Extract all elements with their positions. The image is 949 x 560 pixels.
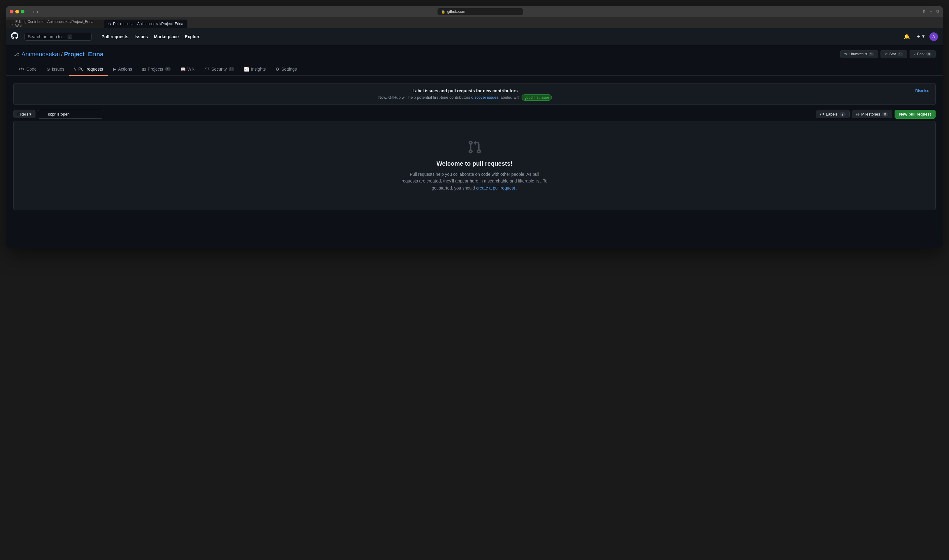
tab-insights-label: Insights bbox=[251, 67, 266, 72]
search-placeholder: Search or jump to... bbox=[28, 34, 65, 39]
pr-icon: ⑂ bbox=[74, 67, 77, 72]
main-content: Label issues and pull requests for new c… bbox=[6, 76, 943, 217]
labels-label: Labels bbox=[826, 112, 837, 117]
search-box[interactable]: Search or jump to... / bbox=[25, 33, 92, 41]
dismiss-button[interactable]: Dismiss bbox=[915, 88, 929, 93]
minimize-button[interactable] bbox=[15, 10, 19, 14]
star-icon: ☆ bbox=[884, 52, 888, 56]
projects-icon: ▦ bbox=[142, 67, 146, 72]
projects-count: 1 bbox=[165, 67, 171, 71]
create-pr-link[interactable]: create a pull request bbox=[476, 186, 515, 191]
search-wrapper: 🔍 bbox=[38, 110, 814, 118]
discover-issues-link[interactable]: discover issues bbox=[471, 95, 499, 100]
top-nav-links: Pull requests Issues Marketplace Explore bbox=[99, 32, 203, 41]
tab-issues[interactable]: ⊙ Issues bbox=[42, 63, 69, 76]
tab-security-label: Security bbox=[211, 67, 227, 72]
unwatch-label: Unwatch bbox=[849, 52, 864, 56]
settings-icon: ⚙ bbox=[275, 67, 280, 72]
wiki-icon: 📖 bbox=[180, 67, 186, 72]
tab-code-label: Code bbox=[26, 67, 36, 72]
tab-insights[interactable]: 📈 Insights bbox=[239, 63, 271, 76]
repo-tabs: </> Code ⊙ Issues ⑂ Pull requests ▶ Acti… bbox=[6, 63, 943, 76]
repo-owner[interactable]: Animenosekai bbox=[22, 51, 60, 58]
star-count: 5 bbox=[898, 52, 903, 56]
add-tab-icon[interactable]: ＋ bbox=[929, 9, 933, 14]
search-slash-key: / bbox=[68, 35, 72, 39]
tab-wiki-favicon: ⊙ bbox=[11, 22, 14, 26]
tab-actions[interactable]: ▶ Actions bbox=[108, 63, 137, 76]
tab-projects-label: Projects bbox=[148, 67, 163, 72]
unwatch-count: 2 bbox=[869, 52, 874, 56]
filters-dropdown[interactable]: Filters ▾ bbox=[14, 110, 35, 118]
address-bar[interactable]: 🔒 github.com bbox=[437, 8, 523, 15]
repo-name[interactable]: Project_Erina bbox=[64, 51, 103, 58]
star-button[interactable]: ☆ Star 5 bbox=[881, 50, 907, 58]
title-bar-actions: ⬆ ＋ ⧉ bbox=[922, 9, 939, 14]
pr-search-input[interactable] bbox=[38, 110, 103, 118]
tab-security[interactable]: 🛡 Security 3 bbox=[200, 63, 239, 76]
github-logo[interactable] bbox=[11, 32, 18, 41]
pr-empty-state: Welcome to pull requests! Pull requests … bbox=[14, 121, 935, 210]
actions-icon: ▶ bbox=[113, 67, 116, 72]
nav-marketplace[interactable]: Marketplace bbox=[152, 32, 181, 41]
empty-state-title: Welcome to pull requests! bbox=[21, 160, 928, 167]
empty-desc-end: . bbox=[516, 186, 517, 191]
github-page: Search or jump to... / Pull requests Iss… bbox=[6, 28, 943, 248]
nav-issues[interactable]: Issues bbox=[132, 32, 151, 41]
repo-actions: 👁 Unwatch ▾ 2 ☆ Star 5 ⑂ Fork 0 bbox=[840, 50, 935, 58]
maximize-button[interactable] bbox=[21, 10, 25, 14]
code-icon: </> bbox=[18, 67, 25, 72]
tab-pr[interactable]: ⊙ Pull requests · Animenosekai/Project_E… bbox=[104, 20, 188, 28]
banner-title: Label issues and pull requests for new c… bbox=[20, 88, 911, 93]
back-button[interactable]: ‹ bbox=[33, 9, 35, 14]
tab-wiki-label: Editing Contribute · Animenosekai/Projec… bbox=[15, 20, 100, 28]
filters-label: Filters bbox=[17, 112, 28, 117]
nav-pull-requests[interactable]: Pull requests bbox=[99, 32, 131, 41]
create-button[interactable]: ＋ ▾ bbox=[915, 32, 926, 41]
top-navigation: Search or jump to... / Pull requests Iss… bbox=[6, 28, 943, 45]
fork-count: 0 bbox=[926, 52, 932, 56]
tab-settings[interactable]: ⚙ Settings bbox=[271, 63, 302, 76]
tab-pr-favicon: ⊙ bbox=[108, 22, 111, 26]
unwatch-button[interactable]: 👁 Unwatch ▾ 2 bbox=[840, 50, 878, 58]
milestones-button[interactable]: ◎ Milestones 0 bbox=[852, 110, 892, 118]
labels-button[interactable]: 🏷 Labels 9 bbox=[816, 110, 849, 118]
traffic-lights bbox=[10, 10, 25, 14]
fork-button[interactable]: ⑂ Fork 0 bbox=[909, 50, 935, 58]
user-avatar[interactable]: A bbox=[929, 32, 938, 41]
tab-code[interactable]: </> Code bbox=[14, 63, 42, 76]
banner-description: Now, GitHub will help potential first-ti… bbox=[20, 95, 911, 100]
banner-desc-middle: labeled with bbox=[500, 95, 521, 100]
banner-desc-start: Now, GitHub will help potential first-ti… bbox=[378, 95, 471, 100]
tab-issues-label: Issues bbox=[52, 67, 64, 72]
label-icon: 🏷 bbox=[820, 112, 824, 117]
tab-projects[interactable]: ▦ Projects 1 bbox=[137, 63, 175, 76]
nav-explore[interactable]: Explore bbox=[182, 32, 203, 41]
good-first-issue-badge: good first issue bbox=[521, 94, 552, 101]
lock-icon: 🔒 bbox=[441, 10, 446, 14]
security-count: 3 bbox=[229, 67, 234, 71]
nav-arrows: ‹ › bbox=[33, 9, 38, 14]
share-icon[interactable]: ⬆ bbox=[922, 9, 926, 14]
tab-wiki[interactable]: 📖 Wiki bbox=[175, 63, 200, 76]
chevron-down-icon: ▾ bbox=[865, 52, 867, 56]
info-banner: Label issues and pull requests for new c… bbox=[14, 83, 935, 105]
milestone-icon: ◎ bbox=[856, 112, 860, 117]
eye-icon: 👁 bbox=[844, 52, 848, 56]
fork-icon: ⑂ bbox=[914, 52, 916, 56]
tab-wiki[interactable]: ⊙ Editing Contribute · Animenosekai/Proj… bbox=[6, 20, 104, 28]
empty-state-description: Pull requests help you collaborate on co… bbox=[401, 171, 548, 191]
close-button[interactable] bbox=[10, 10, 14, 14]
milestones-label: Milestones bbox=[861, 112, 880, 117]
notifications-button[interactable]: 🔔 bbox=[903, 32, 911, 41]
tabs-icon[interactable]: ⧉ bbox=[936, 9, 939, 14]
tab-pull-requests[interactable]: ⑂ Pull requests bbox=[69, 63, 108, 76]
repo-header: ⎇ Animenosekai / Project_Erina 👁 Unwatch… bbox=[6, 45, 943, 63]
security-icon: 🛡 bbox=[205, 67, 209, 72]
empty-desc-start: Pull requests help you collaborate on co… bbox=[401, 172, 547, 191]
chevron-down-icon: ▾ bbox=[29, 112, 31, 117]
labels-count: 9 bbox=[840, 112, 846, 117]
star-label: Star bbox=[889, 52, 896, 56]
forward-button[interactable]: › bbox=[37, 9, 38, 14]
new-pull-request-button[interactable]: New pull request bbox=[895, 110, 935, 118]
